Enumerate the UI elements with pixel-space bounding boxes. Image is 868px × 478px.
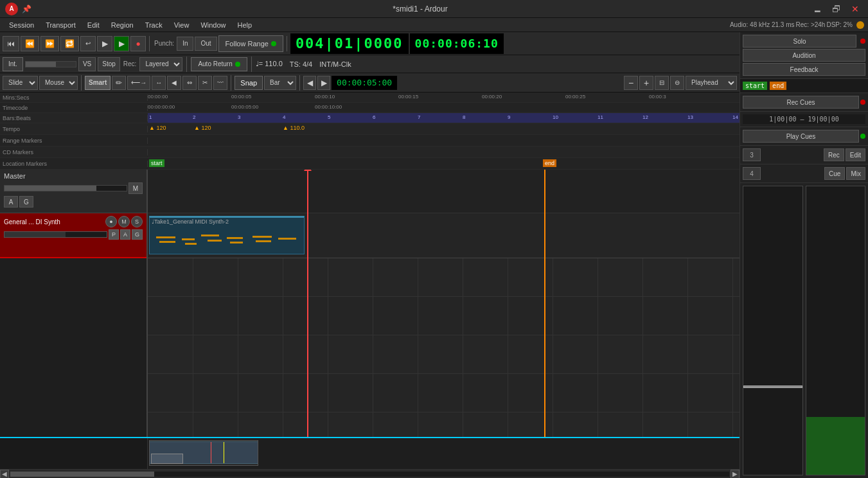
range-markers-label: Range Markers [0,137,148,144]
zoom-out-button[interactable]: − [624,76,638,90]
transport-play[interactable]: ▶ [97,36,112,51]
maximize-button[interactable]: 🗗 [828,3,845,15]
punch-in-button[interactable]: In [177,37,193,51]
rec-mode-select[interactable]: Layered [139,57,182,71]
feedback-button[interactable]: Feedback [743,63,865,76]
stop-button[interactable]: Stop [98,57,120,71]
position-clock[interactable]: 004|01|0000 [290,33,409,54]
fade-mode-button[interactable]: 〰 [213,76,227,90]
start-marker-label[interactable]: start [149,159,164,167]
range-nav-prev[interactable]: ◀ [303,76,316,90]
vs-button[interactable]: VS [78,57,96,71]
transport-rewind[interactable]: ⏪ [21,36,39,51]
draw-mode-button[interactable]: ✏ [112,76,126,90]
slide-mode-select[interactable]: Slide [3,76,38,90]
master-a-button[interactable]: A [4,196,18,208]
play-cues-row: Play Cues [740,127,868,146]
minimize-button[interactable]: 🗕 [809,3,826,15]
loop-range-value: 1|00|00 — 19|00|00 [743,114,865,124]
midi-m-button[interactable]: M [118,216,130,227]
zoom-out-v[interactable]: ⊖ [670,76,684,90]
scroll-track[interactable] [10,472,729,477]
master-g-button[interactable]: G [19,196,33,208]
scroll-right-button[interactable]: ▶ [731,470,740,479]
master-fader[interactable] [4,185,127,191]
timecode-ruler: 00:00:00:00 00:00:05:00 00:00:10:00 [148,103,740,112]
menu-edit[interactable]: Edit [82,20,105,30]
menu-session[interactable]: Session [4,20,39,30]
snap-button[interactable]: Snap [235,76,263,90]
master-vertical-fader[interactable] [743,186,803,475]
follow-range-button[interactable]: Follow Range [218,35,283,52]
int-button[interactable]: Int. [3,57,23,71]
playhead-select[interactable]: Playhead [686,76,737,90]
loop-display: start end [740,79,868,93]
punch-out-button[interactable]: Out [195,37,217,51]
audition-mode-button[interactable]: ◀ [167,76,181,90]
mouse-mode-select[interactable]: Mouse [39,76,78,90]
transport-jump[interactable]: ↩ [80,36,96,51]
midi-p-button[interactable]: P [109,229,119,240]
snap-unit-select[interactable]: Bar [264,76,296,90]
close-button[interactable]: ✕ [847,3,863,15]
midi-track-header: General ... DI Synth ● M S [0,213,146,258]
smart-mode-button[interactable]: Smart [85,76,111,90]
menu-help[interactable]: Help [233,20,258,30]
play-cues-button[interactable]: Play Cues [743,130,859,143]
time-clock[interactable]: 00:00:06:10 [410,33,504,54]
rec-mode-button[interactable]: Rec [824,148,844,161]
menu-transport[interactable]: Transport [40,20,81,30]
scroll-left-button[interactable]: ◀ [0,470,9,479]
mix-button[interactable]: Mix [846,167,865,180]
auto-return-button[interactable]: Auto Return [191,57,247,71]
transport-rewind-start[interactable]: ⏮ [3,36,19,51]
transport-play-green[interactable]: ▶ [114,36,129,51]
zoom-fit-button[interactable]: ⊟ [655,76,669,90]
transport-record[interactable]: ● [130,36,146,51]
midi-rec-button[interactable]: ● [105,216,117,227]
separator3 [186,57,187,72]
empty-track-lane-3 [148,335,740,374]
menu-region[interactable]: Region [106,20,139,30]
transport-loop[interactable]: 🔁 [60,36,79,51]
rec-cues-dot [860,39,865,44]
sync-value: INT/M-Clk [319,60,351,68]
solo-button[interactable]: Solo [743,35,856,48]
empty-track-lane-2 [148,297,740,335]
midi-region[interactable]: ♩Take1_General MIDI Synth-2 [149,216,305,254]
master-m-button[interactable]: M [128,182,143,194]
input-gain-slider[interactable] [25,61,76,67]
dsp-indicator [856,21,864,29]
cue-button[interactable]: Cue [824,167,845,180]
midi-track-title: General ... DI Synth [4,218,105,226]
edit-mode-button[interactable]: Edit [846,148,865,161]
range-nav-next[interactable]: ▶ [317,76,330,90]
menu-view[interactable]: View [169,20,195,30]
cut-mode-button[interactable]: ✂ [198,76,212,90]
rec-cues-button[interactable]: Rec Cues [743,96,859,109]
rec-cues-row: Rec Cues [740,93,868,112]
menu-track[interactable]: Track [140,20,168,30]
bars-beats-ruler: 1 2 3 4 5 6 7 8 9 10 11 [148,113,740,123]
select-mode-button[interactable]: ⟵→ [127,76,150,90]
stretch-mode-button[interactable]: ⇔ [182,76,197,90]
midi-s-button[interactable]: S [131,216,143,227]
horizontal-scrollbar[interactable]: ◀ ▶ [0,469,740,478]
audition-button[interactable]: Audition [743,49,865,62]
midi-region-title: ♩Take1_General MIDI Synth-2 [150,218,304,226]
midi-g-button[interactable]: G [132,229,143,240]
view-buttons-row: 4 Cue Mix [740,164,868,183]
range-clock: 00:00:05:00 [332,76,397,90]
transport-fast-forward[interactable]: ⏩ [40,36,59,51]
zoom-in-button[interactable]: + [639,76,653,90]
menu-window[interactable]: Window [195,20,231,30]
midi-a2-button[interactable]: A [120,229,130,240]
empty-track-lane-4 [148,374,740,412]
scroll-thumb [10,472,154,477]
pin-icon[interactable]: 📌 [22,4,31,13]
minimap-content[interactable] [148,438,740,469]
end-marker-label[interactable]: end [543,159,556,167]
midi-track-lane[interactable]: ♩Take1_General MIDI Synth-2 [148,213,740,258]
midi-fader[interactable] [4,231,107,238]
zoom-mode-button[interactable]: ↔ [152,76,166,90]
